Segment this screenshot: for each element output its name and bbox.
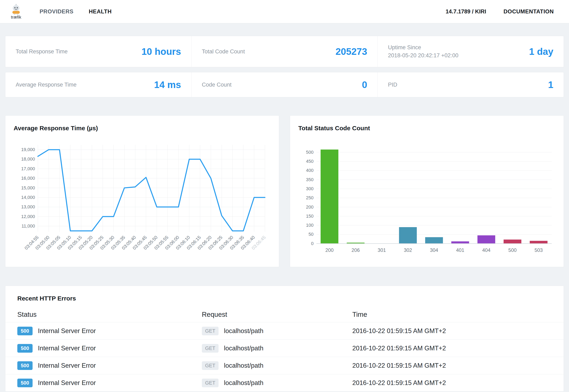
status-cell: 500 Internal Server Error — [17, 361, 202, 370]
stat-label: PID — [388, 82, 397, 88]
stat-uptime-since: Uptime Since 2018-05-20 20:42:17 +02:00 … — [377, 36, 564, 67]
request-cell: GET localhost/path — [202, 378, 352, 387]
status-code-bar-chart: 0501001502002503003504004505002002063013… — [298, 140, 555, 256]
time-cell: 2016-10-22 01:59:15 AM GMT+2 — [352, 345, 552, 352]
version-label: 14.7.1789 / KIRI — [446, 8, 486, 15]
chart-title-response-time: Average Response Time (µs) — [14, 125, 271, 132]
response-time-line-chart: 11,00012,00013,00014,00015,00016,00017,0… — [14, 140, 271, 267]
time-cell: 2016-10-22 01:59:15 AM GMT+2 — [352, 362, 552, 369]
svg-text:17,000: 17,000 — [21, 166, 35, 171]
svg-text:11,000: 11,000 — [21, 224, 35, 229]
stat-label: Average Response Time — [16, 82, 76, 88]
svg-text:401: 401 — [456, 247, 464, 253]
errors-table: Status Request Time 500 Internal Server … — [5, 307, 564, 391]
time-cell: 2016-10-22 01:59:15 AM GMT+2 — [352, 379, 552, 387]
stat-code-count: Code Count 0 — [191, 72, 377, 97]
svg-text:19,000: 19,000 — [21, 147, 35, 152]
svg-text:200: 200 — [306, 204, 313, 210]
navbar-right: 14.7.1789 / KIRI DOCUMENTATION — [446, 8, 554, 15]
svg-text:100: 100 — [306, 223, 313, 228]
stat-value: 1 day — [529, 46, 553, 57]
svg-text:0: 0 — [311, 241, 313, 246]
status-text: Internal Server Error — [38, 379, 96, 387]
method-badge: GET — [202, 378, 218, 387]
request-path: localhost/path — [224, 345, 263, 352]
stat-label: Total Response Time — [16, 48, 68, 55]
column-request: Request — [202, 311, 352, 318]
svg-text:301: 301 — [378, 247, 386, 253]
status-code-badge: 500 — [17, 378, 33, 387]
status-cell: 500 Internal Server Error — [17, 344, 202, 353]
svg-text:50: 50 — [308, 232, 313, 237]
svg-text:200: 200 — [325, 247, 334, 253]
request-path: localhost/path — [224, 379, 263, 387]
documentation-link[interactable]: DOCUMENTATION — [503, 8, 554, 15]
column-time: Time — [352, 311, 552, 318]
svg-text:13,000: 13,000 — [21, 204, 35, 210]
status-code-badge: 500 — [17, 361, 33, 370]
request-cell: GET localhost/path — [202, 361, 352, 370]
stat-value: 14 ms — [154, 79, 181, 90]
stat-value: 1 — [548, 79, 553, 90]
svg-text:15,000: 15,000 — [21, 185, 35, 190]
method-badge: GET — [202, 344, 218, 353]
svg-text:14,000: 14,000 — [21, 195, 35, 200]
status-cell: 500 Internal Server Error — [17, 327, 202, 335]
svg-text:300: 300 — [306, 186, 313, 191]
error-row: 500 Internal Server Error GET localhost/… — [5, 322, 564, 339]
svg-text:450: 450 — [306, 159, 313, 164]
errors-title: Recent HTTP Errors — [5, 295, 564, 302]
svg-text:500: 500 — [508, 247, 517, 253]
error-row: 500 Internal Server Error GET localhost/… — [5, 339, 564, 357]
stats-row-current: Average Response Time 14 ms Code Count 0… — [5, 72, 564, 97]
status-text: Internal Server Error — [38, 362, 96, 369]
request-path: localhost/path — [224, 327, 263, 335]
status-code-badge: 500 — [17, 344, 33, 353]
traefik-logo[interactable]: træfik — [6, 4, 26, 20]
status-code-chart-card: Total Status Code Count 0501001502002503… — [290, 115, 564, 267]
svg-text:16,000: 16,000 — [21, 176, 35, 181]
error-row: 500 Internal Server Error GET localhost/… — [5, 357, 564, 374]
svg-text:400: 400 — [306, 168, 313, 173]
stat-value: 0 — [362, 79, 367, 90]
stat-value: 10 hours — [142, 46, 181, 57]
traefik-mascot-icon — [9, 4, 23, 16]
nav-item-health[interactable]: HEALTH — [89, 8, 112, 15]
stat-label: Uptime Since — [388, 44, 458, 51]
svg-text:18,000: 18,000 — [21, 156, 35, 162]
stat-label-block: Uptime Since 2018-05-20 20:42:17 +02:00 — [388, 44, 458, 59]
svg-text:503: 503 — [535, 247, 543, 253]
stat-label: Total Code Count — [202, 48, 245, 55]
status-text: Internal Server Error — [38, 345, 96, 352]
request-path: localhost/path — [224, 362, 263, 369]
stat-pid: PID 1 — [377, 72, 564, 97]
errors-table-header: Status Request Time — [5, 307, 564, 322]
stat-sublabel: 2018-05-20 20:42:17 +02:00 — [388, 52, 458, 59]
svg-text:206: 206 — [352, 247, 360, 253]
svg-text:404: 404 — [482, 247, 490, 253]
nav-item-providers[interactable]: PROVIDERS — [40, 8, 73, 15]
chart-title-status-codes: Total Status Code Count — [298, 125, 555, 132]
status-cell: 500 Internal Server Error — [17, 378, 202, 387]
stat-label: Code Count — [202, 82, 231, 88]
navbar: træfik PROVIDERS HEALTH 14.7.1789 / KIRI… — [0, 0, 569, 23]
logo-text: træfik — [11, 15, 21, 20]
svg-text:304: 304 — [430, 247, 438, 253]
time-cell: 2016-10-22 01:59:15 AM GMT+2 — [352, 327, 552, 335]
svg-text:250: 250 — [306, 195, 313, 200]
status-text: Internal Server Error — [38, 327, 96, 335]
stats-row-totals: Total Response Time 10 hours Total Code … — [5, 36, 564, 67]
stat-total-code-count: Total Code Count 205273 — [191, 36, 377, 67]
column-status: Status — [17, 311, 202, 318]
stat-value: 205273 — [336, 46, 367, 57]
charts-row: Average Response Time (µs) 11,00012,0001… — [5, 115, 564, 267]
method-badge: GET — [202, 327, 218, 335]
recent-errors-card: Recent HTTP Errors Status Request Time 5… — [5, 286, 564, 392]
method-badge: GET — [202, 361, 218, 370]
svg-text:302: 302 — [404, 247, 412, 253]
svg-text:12,000: 12,000 — [21, 214, 35, 219]
stat-total-response-time: Total Response Time 10 hours — [5, 36, 191, 67]
request-cell: GET localhost/path — [202, 327, 352, 335]
stat-average-response-time: Average Response Time 14 ms — [5, 72, 191, 97]
response-time-chart-card: Average Response Time (µs) 11,00012,0001… — [5, 115, 279, 267]
